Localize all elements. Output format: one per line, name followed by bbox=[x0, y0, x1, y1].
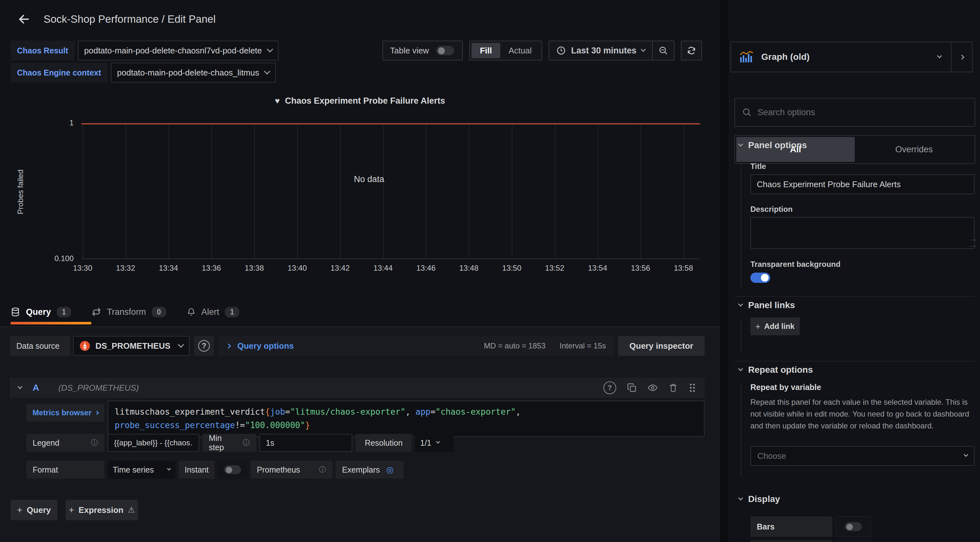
metrics-browser-label: Metrics browser bbox=[32, 408, 91, 417]
chevron-down-icon bbox=[738, 141, 743, 147]
promql-query-editor[interactable]: litmuschaos_experiment_verdict{job="litm… bbox=[108, 401, 705, 437]
instant-label-box: Instant bbox=[179, 461, 215, 479]
question-circle-icon: ? bbox=[198, 340, 210, 352]
time-controls: Last 30 minutes bbox=[549, 41, 675, 60]
time-range-picker[interactable]: Last 30 minutes bbox=[549, 41, 652, 60]
add-link-button[interactable]: + Add link bbox=[750, 317, 800, 335]
delete-query-trash-icon[interactable] bbox=[669, 383, 678, 393]
query-row-header[interactable]: A (DS_PROMETHEUS) ? bbox=[10, 377, 705, 398]
section-guide-line bbox=[741, 383, 741, 475]
section-panel-links[interactable]: Panel links bbox=[739, 300, 795, 311]
variable-value-dropdown[interactable]: podtato-main-pod-delete-chaos_litmus bbox=[111, 63, 276, 82]
duplicate-query-icon[interactable] bbox=[627, 383, 637, 393]
variable-chaos-engine-context: Chaos Engine context podtato-main-pod-de… bbox=[11, 63, 276, 82]
disable-query-eye-icon[interactable] bbox=[648, 383, 658, 393]
query-inspector-button[interactable]: Query inspector bbox=[618, 336, 705, 356]
search-icon bbox=[742, 108, 752, 117]
table-view-toggle[interactable] bbox=[436, 46, 455, 55]
panel-description-textarea[interactable] bbox=[750, 217, 975, 249]
section-divider bbox=[734, 361, 975, 361]
datasource-help-button[interactable]: ? bbox=[194, 336, 214, 356]
toggle-viz-pane-button[interactable] bbox=[951, 42, 972, 72]
chevron-down-icon bbox=[264, 68, 270, 74]
metrics-browser-button[interactable]: Metrics browser bbox=[26, 404, 104, 422]
promql-token: { bbox=[265, 407, 270, 417]
chart-panel: ♥ Chaos Experiment Probe Failure Alerts … bbox=[0, 90, 720, 282]
search-options-input[interactable] bbox=[757, 108, 967, 117]
gridlines bbox=[81, 123, 700, 258]
format-value: Time series bbox=[113, 465, 154, 474]
chart-header[interactable]: ♥ Chaos Experiment Probe Failure Alerts bbox=[0, 96, 720, 106]
clock-icon bbox=[556, 46, 566, 55]
fill-button[interactable]: Fill bbox=[471, 43, 500, 58]
exemplars-box: Exemplars ◎ bbox=[336, 461, 404, 479]
repeat-by-variable-label: Repeat by variable bbox=[750, 383, 821, 392]
variable-label: Chaos Engine context bbox=[11, 63, 108, 82]
promql-token: app bbox=[415, 407, 430, 417]
interval-text: Interval = 15s bbox=[560, 341, 606, 350]
title-label: Title bbox=[750, 162, 766, 171]
tab-overrides[interactable]: Overrides bbox=[855, 137, 973, 162]
y-tick-max: 1 bbox=[19, 118, 74, 127]
repeat-description: Repeat this panel for each value in the … bbox=[750, 396, 975, 432]
bars-toggle[interactable] bbox=[845, 522, 862, 531]
add-expression-label: Expression bbox=[78, 505, 123, 515]
panel-title-input[interactable] bbox=[750, 174, 975, 194]
x-axis-ticks: 13:3013:3213:3413:3613:3813:4013:4213:44… bbox=[81, 260, 700, 273]
plot-area[interactable]: No data bbox=[81, 123, 700, 259]
transparent-background-toggle[interactable] bbox=[750, 273, 770, 283]
repeat-variable-select[interactable]: Choose bbox=[750, 446, 975, 466]
data-source-picker[interactable]: DS_PROMETHEUS bbox=[73, 336, 189, 356]
x-tick-label: 13:34 bbox=[159, 264, 178, 273]
x-tick-label: 13:44 bbox=[374, 264, 393, 273]
grafana-edit-panel-page: Sock-Shop Performance / Edit Panel Disca… bbox=[0, 0, 980, 542]
variable-value-dropdown[interactable]: podtato-main-pod-delete-chaosnl7vd-pod-d… bbox=[78, 41, 278, 60]
gridline bbox=[555, 123, 555, 258]
instant-toggle[interactable] bbox=[224, 465, 241, 474]
format-label: Format bbox=[33, 465, 58, 474]
query-ref-id: A bbox=[33, 383, 39, 393]
exemplars-toggle-icon[interactable]: ◎ bbox=[386, 465, 394, 475]
section-repeat-options[interactable]: Repeat options bbox=[739, 365, 813, 375]
actual-button[interactable]: Actual bbox=[500, 43, 540, 58]
heart-icon: ♥ bbox=[275, 96, 280, 106]
database-icon bbox=[11, 307, 20, 317]
time-range-text: Last 30 minutes bbox=[571, 46, 636, 55]
tab-label: Transform bbox=[107, 307, 146, 317]
pane-splitter[interactable] bbox=[720, 0, 729, 542]
query-options-header[interactable]: Query options MD = auto = 1853 Interval … bbox=[218, 336, 614, 356]
section-panel-options[interactable]: Panel options bbox=[739, 140, 807, 151]
min-step-input[interactable] bbox=[259, 434, 352, 452]
tab-query[interactable]: Query 1 bbox=[11, 307, 71, 317]
chevron-right-icon bbox=[95, 411, 99, 415]
drag-handle-icon[interactable] bbox=[689, 383, 696, 393]
add-query-button[interactable]: + Query bbox=[11, 500, 57, 520]
tab-alert[interactable]: Alert 1 bbox=[187, 307, 239, 317]
promql-token: , bbox=[406, 407, 415, 417]
section-display[interactable]: Display bbox=[739, 494, 780, 504]
tab-label: Query bbox=[26, 307, 51, 317]
legend-label: Legend bbox=[33, 438, 59, 448]
resize-handle-icon[interactable]: ⋮⋮ bbox=[969, 237, 977, 250]
chevron-down-icon bbox=[937, 53, 942, 58]
back-arrow-icon[interactable] bbox=[17, 13, 31, 25]
refresh-button[interactable] bbox=[681, 41, 702, 60]
x-tick-label: 13:42 bbox=[331, 264, 350, 273]
y-tick-min: 0.100 bbox=[19, 254, 74, 263]
format-label-box: Format bbox=[26, 461, 104, 479]
visualization-picker[interactable]: Graph (old) bbox=[730, 41, 973, 72]
format-dropdown[interactable]: Time series bbox=[108, 461, 175, 479]
resolution-dropdown[interactable]: 1/1 bbox=[415, 434, 453, 452]
query-help-icon[interactable]: ? bbox=[603, 381, 616, 394]
tab-transform[interactable]: Transform 0 bbox=[92, 307, 166, 317]
legend-format-input[interactable] bbox=[108, 434, 199, 452]
gridline bbox=[297, 123, 298, 258]
tab-count-badge: 0 bbox=[152, 307, 166, 317]
add-expression-button[interactable]: + Expression ⚠ bbox=[66, 500, 138, 520]
refresh-icon bbox=[687, 46, 696, 55]
resolution-value: 1/1 bbox=[420, 438, 431, 448]
info-icon: ⓘ bbox=[243, 438, 250, 448]
choose-placeholder: Choose bbox=[757, 451, 786, 461]
x-tick-label: 13:38 bbox=[245, 264, 264, 273]
zoom-out-button[interactable] bbox=[653, 41, 674, 60]
